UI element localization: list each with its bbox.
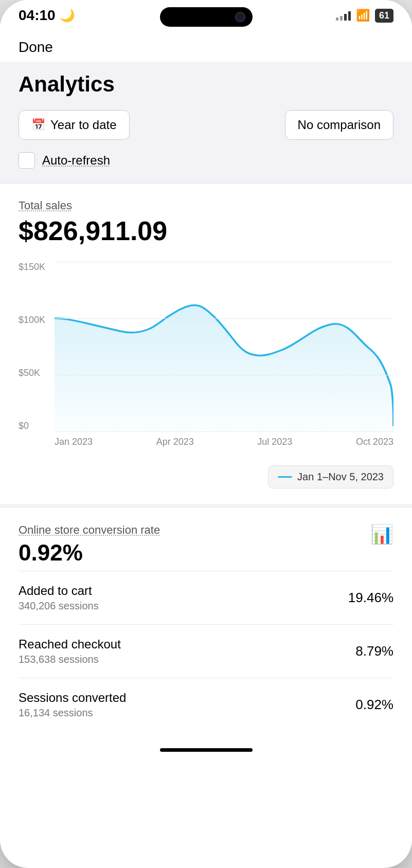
- camera-dot: [235, 12, 245, 22]
- chart-plot-area: [55, 262, 393, 431]
- stat-row-reached-checkout: Reached checkout 153,638 sessions 8.79%: [19, 624, 393, 678]
- y-label-150k: $150K: [19, 262, 55, 273]
- x-label-jul: Jul 2023: [257, 437, 292, 447]
- signal-bar-3: [344, 14, 347, 21]
- x-label-oct: Oct 2023: [356, 437, 393, 447]
- status-time: 04:10 🌙: [19, 7, 75, 24]
- conversion-rate-value: 0.92%: [19, 540, 160, 566]
- stat-row-added-to-cart: Added to cart 340,206 sessions 19.46%: [19, 571, 393, 624]
- home-bar: [160, 748, 253, 752]
- done-button[interactable]: Done: [19, 39, 53, 56]
- analytics-header: Analytics 📅 Year to date No comparison A…: [0, 62, 412, 183]
- stat-pct-sessions-converted: 0.92%: [355, 697, 393, 713]
- status-bar: 04:10 🌙 📶 61: [0, 0, 412, 31]
- y-label-50k: $50K: [19, 368, 55, 378]
- y-label-0: $0: [19, 421, 55, 431]
- grid-line-150k: [55, 262, 393, 262]
- phone-frame: 04:10 🌙 📶 61 Done Analytics �: [0, 0, 412, 868]
- conversion-rate-card: Online store conversion rate 0.92% 📊 Add…: [0, 504, 412, 731]
- stat-row-sessions-converted: Sessions converted 16,134 sessions 0.92%: [19, 678, 393, 731]
- moon-icon: 🌙: [60, 8, 75, 23]
- battery-level: 61: [379, 10, 389, 21]
- conversion-card-header: Online store conversion rate 0.92% 📊: [19, 523, 393, 571]
- stat-sub-sessions-converted: 16,134 sessions: [19, 707, 126, 719]
- chart-svg: [55, 262, 393, 431]
- legend-line-icon: [278, 476, 292, 478]
- date-filter-button[interactable]: 📅 Year to date: [19, 110, 130, 140]
- auto-refresh-row: Auto-refresh: [19, 152, 393, 169]
- conversion-rate-label: Online store conversion rate: [19, 523, 160, 537]
- grid-line-100k: [55, 318, 393, 319]
- legend-date-range: Jan 1–Nov 5, 2023: [297, 471, 384, 483]
- chart-area-fill: [55, 305, 393, 431]
- conversion-label-group: Online store conversion rate 0.92%: [19, 523, 160, 571]
- status-indicators: 📶 61: [336, 9, 393, 23]
- auto-refresh-checkbox[interactable]: [19, 152, 35, 169]
- report-icon: 📊: [370, 523, 393, 545]
- stat-name-added-to-cart: Added to cart: [19, 584, 99, 598]
- dynamic-island: [160, 7, 253, 27]
- y-label-100k: $100K: [19, 315, 55, 326]
- chart-x-axis: Jan 2023 Apr 2023 Jul 2023 Oct 2023: [55, 431, 393, 457]
- stat-sub-reached-checkout: 153,638 sessions: [19, 654, 121, 665]
- x-label-apr: Apr 2023: [156, 437, 194, 447]
- total-sales-value: $826,911.09: [19, 215, 393, 246]
- stat-pct-added-to-cart: 19.46%: [348, 590, 393, 606]
- sales-chart: $150K $100K $50K $0: [19, 262, 393, 457]
- date-filter-label: Year to date: [50, 118, 117, 132]
- x-label-jan: Jan 2023: [55, 437, 93, 447]
- signal-icon: [336, 10, 351, 21]
- stat-sub-added-to-cart: 340,206 sessions: [19, 600, 99, 612]
- stat-name-reached-checkout: Reached checkout: [19, 637, 121, 652]
- legend-item-primary: Jan 1–Nov 5, 2023: [268, 465, 393, 489]
- done-bar: Done: [0, 31, 412, 62]
- chart-y-axis: $150K $100K $50K $0: [19, 262, 55, 431]
- auto-refresh-label: Auto-refresh: [42, 153, 110, 168]
- signal-bar-1: [336, 17, 338, 21]
- comparison-filter-button[interactable]: No comparison: [285, 110, 393, 140]
- grid-line-50k: [55, 375, 393, 375]
- home-indicator: [0, 731, 412, 757]
- stat-left-added-to-cart: Added to cart 340,206 sessions: [19, 584, 99, 612]
- wifi-icon: 📶: [356, 9, 370, 22]
- battery-indicator: 61: [375, 9, 393, 23]
- signal-bar-2: [340, 16, 343, 21]
- stat-name-sessions-converted: Sessions converted: [19, 691, 126, 705]
- page-title: Analytics: [19, 72, 393, 97]
- stat-left-sessions-converted: Sessions converted 16,134 sessions: [19, 691, 126, 719]
- stat-pct-reached-checkout: 8.79%: [355, 643, 393, 659]
- filter-row: 📅 Year to date No comparison: [19, 110, 393, 140]
- stat-left-reached-checkout: Reached checkout 153,638 sessions: [19, 637, 121, 665]
- total-sales-label: Total sales: [19, 199, 393, 212]
- signal-bar-4: [348, 11, 351, 21]
- time-display: 04:10: [19, 7, 56, 24]
- total-sales-card: Total sales $826,911.09 $150K $100K $50K…: [0, 183, 412, 504]
- chart-legend: Jan 1–Nov 5, 2023: [19, 465, 393, 489]
- calendar-icon: 📅: [31, 118, 45, 132]
